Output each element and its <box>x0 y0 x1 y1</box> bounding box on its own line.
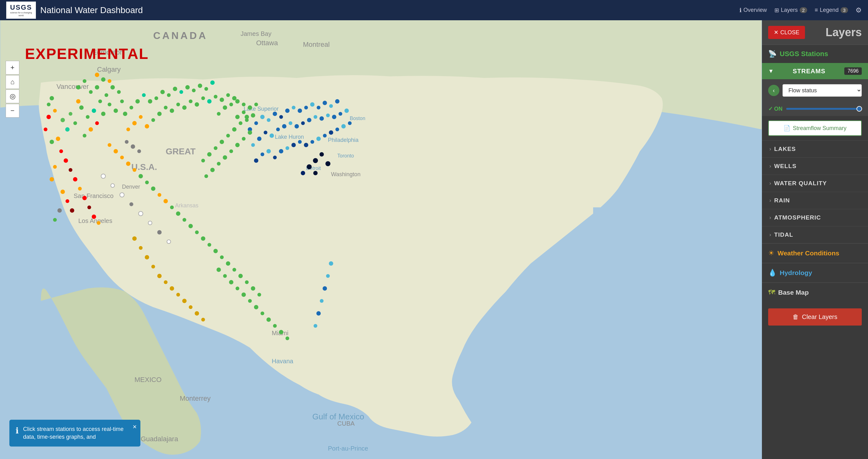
atmospheric-item[interactable]: › ATMOSPHERIC <box>762 209 868 226</box>
map-container[interactable]: Gulf of Mexico CANADA Edmonton Calgary V… <box>0 20 762 459</box>
svg-point-118 <box>307 118 311 122</box>
svg-text:Montreal: Montreal <box>303 40 330 48</box>
svg-point-252 <box>217 162 221 166</box>
home-button[interactable]: ⌂ <box>6 75 19 89</box>
tooltip: × ℹ Click stream stations to access real… <box>9 420 141 447</box>
map-svg: Gulf of Mexico CANADA Edmonton Calgary V… <box>0 20 762 459</box>
wells-chevron-icon: › <box>769 163 771 169</box>
svg-point-152 <box>176 211 180 216</box>
svg-point-72 <box>192 89 196 92</box>
svg-point-224 <box>285 336 289 340</box>
svg-text:San Francisco: San Francisco <box>74 192 114 199</box>
slider-thumb <box>857 106 862 111</box>
svg-point-257 <box>248 130 252 135</box>
svg-point-248 <box>239 121 242 125</box>
zoom-out-button[interactable]: − <box>6 104 19 118</box>
svg-point-220 <box>260 312 264 315</box>
svg-point-122 <box>332 115 336 119</box>
layers-label: Layers <box>781 7 798 13</box>
svg-point-196 <box>313 171 318 175</box>
svg-point-182 <box>229 103 233 106</box>
svg-point-244 <box>214 146 217 150</box>
close-layers-button[interactable]: ✕ CLOSE <box>768 26 805 39</box>
svg-text:Boston: Boston <box>350 116 365 121</box>
svg-point-60 <box>50 177 54 182</box>
svg-point-89 <box>207 99 212 103</box>
svg-point-200 <box>95 85 99 90</box>
svg-point-250 <box>204 174 208 178</box>
svg-point-151 <box>170 205 174 209</box>
tooltip-close-button[interactable]: × <box>133 423 137 431</box>
base-map-section[interactable]: 🗺 Base Map <box>762 283 868 302</box>
tidal-item[interactable]: › TIDAL <box>762 226 868 243</box>
svg-point-241 <box>53 218 57 222</box>
svg-text:James Bay: James Bay <box>241 30 272 37</box>
streamflow-summary-button[interactable]: 📄 Streamflow Summary <box>768 120 862 136</box>
svg-point-143 <box>120 156 124 159</box>
svg-point-98 <box>273 111 277 116</box>
svg-point-153 <box>183 218 186 222</box>
tidal-chevron-icon: › <box>769 232 771 238</box>
svg-point-95 <box>254 121 258 125</box>
svg-point-240 <box>57 208 62 212</box>
back-button[interactable]: ‹ <box>768 85 779 96</box>
svg-point-43 <box>107 103 112 106</box>
streams-chevron-icon: ▼ <box>768 68 774 74</box>
nav-legend[interactable]: ≡ Legend 3 <box>815 7 848 13</box>
svg-point-192 <box>319 152 324 157</box>
svg-point-53 <box>87 205 91 209</box>
svg-point-216 <box>236 287 239 290</box>
svg-point-112 <box>270 133 274 138</box>
water-quality-label: WATER QUALITY <box>774 180 827 187</box>
svg-point-81 <box>157 111 162 116</box>
svg-point-106 <box>322 101 327 105</box>
svg-point-61 <box>123 111 127 116</box>
svg-point-187 <box>248 105 252 110</box>
svg-point-234 <box>189 305 192 309</box>
opacity-slider[interactable] <box>786 108 862 110</box>
svg-point-102 <box>298 108 302 113</box>
svg-point-82 <box>164 106 167 109</box>
svg-point-41 <box>95 121 99 125</box>
slider-fill <box>786 108 862 110</box>
svg-point-45 <box>120 99 124 103</box>
svg-point-150 <box>163 199 168 203</box>
clear-layers-button[interactable]: 🗑 Clear Layers <box>768 308 862 326</box>
svg-point-142 <box>114 149 118 154</box>
svg-point-111 <box>264 131 268 134</box>
svg-point-214 <box>223 274 227 278</box>
svg-point-99 <box>279 115 283 119</box>
hydrology-section[interactable]: 💧 Hydrology <box>762 263 868 283</box>
rain-item[interactable]: › RAIN <box>762 192 868 209</box>
lakes-item[interactable]: › LAKES <box>762 140 868 158</box>
wells-item[interactable]: › WELLS <box>762 158 868 175</box>
svg-point-167 <box>111 184 115 187</box>
water-quality-item[interactable]: › WATER QUALITY <box>762 175 868 192</box>
layers-title: Layers <box>826 26 862 39</box>
nav-overview[interactable]: ℹ Overview <box>740 7 767 14</box>
streams-header[interactable]: ▼ STREAMS 7696 <box>762 63 868 79</box>
svg-text:Calgary: Calgary <box>97 65 121 73</box>
tidal-label: TIDAL <box>774 231 793 238</box>
weather-conditions-section[interactable]: ☀ Weather Conditions <box>762 243 868 263</box>
svg-point-175 <box>50 96 54 100</box>
svg-point-147 <box>145 181 149 184</box>
svg-point-88 <box>201 96 205 100</box>
svg-text:Port-au-Prince: Port-au-Prince <box>328 445 368 452</box>
svg-point-243 <box>207 152 212 157</box>
svg-point-232 <box>176 293 180 297</box>
home-icon: ⌂ <box>10 78 14 86</box>
locate-button[interactable]: ◎ <box>6 90 19 103</box>
usgs-stations-header[interactable]: 📡 USGS Stations <box>762 45 868 63</box>
on-toggle-label[interactable]: ✓ ON <box>768 105 782 112</box>
svg-point-193 <box>307 164 312 169</box>
svg-point-103 <box>304 106 308 109</box>
flow-status-select[interactable]: Flow status Stage Flood stage Discharge <box>782 84 862 97</box>
nav-layers[interactable]: ⊞ Layers 2 <box>774 7 807 14</box>
svg-rect-1 <box>593 207 762 459</box>
zoom-in-button[interactable]: + <box>6 61 19 74</box>
svg-point-114 <box>282 124 286 128</box>
header: USGS science for a changing world Nation… <box>0 0 868 20</box>
svg-point-181 <box>223 105 227 110</box>
settings-icon[interactable]: ⚙ <box>856 6 862 14</box>
